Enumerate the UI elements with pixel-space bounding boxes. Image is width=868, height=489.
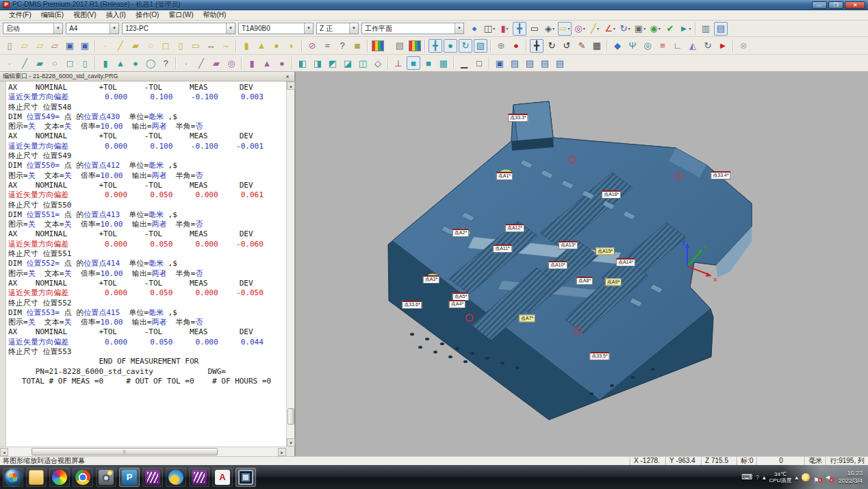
explorer-app[interactable] — [26, 468, 47, 487]
view-setup-icon[interactable]: ◫▾ — [483, 22, 496, 36]
window-app[interactable] — [235, 468, 256, 487]
probe-readout-icon[interactable]: ● — [468, 22, 481, 36]
startup-combo[interactable]: 启动▼ — [3, 23, 63, 34]
pan-view-icon[interactable]: ╋ — [530, 39, 544, 53]
point-label-A15[interactable]: 点A15* — [596, 248, 615, 255]
screenshot-app[interactable] — [96, 468, 116, 487]
auto-torus-icon[interactable]: ◯ — [144, 56, 157, 70]
view-cube-front-icon[interactable]: ◧ — [296, 56, 309, 70]
measured-width-icon[interactable]: ↔ — [204, 39, 218, 53]
minimize-button[interactable]: — — [812, 1, 827, 9]
workplane-combo-dropdown-icon[interactable]: ▼ — [455, 23, 463, 34]
coreldraw-app[interactable] — [142, 468, 163, 487]
scale-mode-icon[interactable]: ▧ — [474, 39, 487, 53]
point-label-A4[interactable]: 点A4* — [449, 300, 465, 308]
report-layout4-icon[interactable]: ▤ — [553, 56, 567, 70]
startup-combo-dropdown-icon[interactable]: ▼ — [53, 23, 62, 34]
view-setup-icon-dropdown-arrow[interactable]: ▾ — [493, 26, 495, 31]
loop-icon[interactable]: ◉▾ — [648, 22, 662, 36]
alignment-icon-dropdown-arrow[interactable]: ▾ — [628, 26, 630, 31]
mesh-icon[interactable]: ◙ — [350, 39, 364, 53]
color-palette-icon[interactable] — [371, 39, 385, 53]
layers-icon[interactable]: ≡ — [656, 39, 669, 53]
horizontal-scroll-thumb[interactable]: ☰ — [31, 448, 218, 455]
measured-surface-icon[interactable]: ◗ — [285, 39, 298, 53]
measured-cone-icon[interactable]: ▲ — [255, 39, 268, 53]
coreldraw2-app[interactable] — [189, 468, 209, 487]
rotate-3d-icon[interactable]: ↺ — [560, 39, 574, 53]
quickstart-icon[interactable]: ⇨▾ — [558, 22, 572, 36]
report-window-icon[interactable]: ▤ — [714, 22, 728, 36]
close-button[interactable]: ✕ — [845, 1, 865, 9]
alignment-icon[interactable]: ↻▾ — [618, 22, 632, 36]
open-file-icon[interactable]: ▱ — [18, 39, 31, 53]
view-cube-top-icon[interactable]: ◩ — [326, 56, 340, 70]
copy-pages-icon[interactable]: ▣▾ — [633, 22, 647, 36]
axis-combo-dropdown-icon[interactable]: ▼ — [349, 23, 358, 34]
constructed-point-icon[interactable]: · — [179, 56, 193, 70]
keyboard-icon[interactable]: ⌨ — [741, 473, 752, 481]
rotate-cube-icon[interactable]: ↻ — [701, 39, 715, 53]
point-label-A18[interactable]: 点A18* — [602, 190, 621, 199]
probe-toggle-icon-dropdown-arrow[interactable]: ▾ — [507, 26, 509, 31]
point-label-A7[interactable]: 点A7* — [519, 315, 535, 323]
pcdmis-app[interactable]: P — [119, 468, 140, 487]
qq-app[interactable] — [166, 468, 186, 487]
menu-item-6[interactable]: 窗口(W) — [164, 10, 198, 20]
color-app[interactable] — [49, 468, 70, 487]
dimension-angle-icon-dropdown-arrow[interactable]: ▾ — [613, 26, 615, 31]
grid-icon[interactable]: ▦ — [437, 56, 450, 70]
menu-item-3[interactable]: 视图(V) — [68, 10, 101, 20]
view-cube-bottom-icon[interactable]: ◪ — [341, 56, 355, 70]
cpu-temp-indicator[interactable]: 34℃ CPU温度 — [769, 471, 792, 484]
auto-sphere-icon[interactable]: ● — [129, 56, 142, 70]
point-label-33.3[interactable]: 点33.3* — [508, 114, 528, 122]
gage-icon[interactable]: ⊘ — [305, 39, 319, 53]
start-button[interactable] — [3, 468, 23, 487]
scan-icon[interactable]: ≈ — [320, 39, 334, 53]
auto-cylinder-icon[interactable]: ▮ — [99, 56, 112, 70]
help-tray-icon[interactable]: ? — [756, 474, 759, 481]
point-label-A9[interactable]: 点A9* — [605, 279, 622, 286]
tip-combo-dropdown-icon[interactable]: ▼ — [304, 23, 313, 34]
point-label-A8[interactable]: 点A8* — [576, 277, 593, 285]
measured-line-icon[interactable]: ╱ — [114, 39, 127, 53]
clock[interactable]: 16:23 2022/3/4 — [836, 470, 863, 485]
dimension-angle-icon[interactable]: ∠▾ — [603, 22, 617, 36]
point-label-A3[interactable]: 点A3* — [423, 275, 439, 284]
execute-icon-dropdown-arrow[interactable]: ▾ — [689, 26, 691, 31]
save-icon[interactable]: ▣ — [63, 39, 77, 53]
constructed-line-icon[interactable]: ╱ — [194, 56, 208, 70]
point-label-33.5[interactable]: 点33.5* — [589, 352, 609, 360]
view-cube-iso-icon[interactable]: ◇ — [371, 56, 385, 70]
wireframe-view-icon[interactable]: ◈▾ — [543, 22, 557, 36]
minimize-graphics-icon[interactable]: ▁ — [457, 56, 471, 70]
point-label-A13[interactable]: 点A13* — [559, 241, 578, 249]
copy-pages-icon-dropdown-arrow[interactable]: ▾ — [643, 26, 646, 31]
axes-icon[interactable]: ∟ — [671, 39, 685, 53]
vertical-scrollbar[interactable]: ▲ ▼ — [286, 82, 294, 447]
scroll-left-icon[interactable]: ◄ — [0, 448, 8, 456]
report-layout2-icon[interactable]: ▤ — [523, 56, 537, 70]
point-label-A14[interactable]: 点A14* — [616, 258, 635, 266]
run-from-cursor-icon[interactable]: ► — [716, 39, 730, 53]
scroll-up-icon[interactable]: ▲ — [287, 82, 295, 90]
axis-combo[interactable]: Z 正▼ — [316, 23, 359, 34]
execute-icon[interactable]: ►▾ — [678, 22, 692, 36]
constructed-cylinder-icon[interactable]: ▮ — [245, 56, 259, 70]
report-layout3-icon[interactable]: ▤ — [538, 56, 552, 70]
wireframe-view-icon-dropdown-arrow[interactable]: ▾ — [552, 26, 554, 31]
chrome-app[interactable] — [73, 468, 93, 487]
report-color-icon[interactable] — [408, 39, 422, 53]
scale-to-fit-icon[interactable]: ╋ — [513, 22, 526, 36]
new-file-icon[interactable]: ▯ — [3, 39, 16, 53]
point-label-A1[interactable]: 点A1* — [496, 172, 513, 180]
auto-feature-icon-dropdown-arrow[interactable]: ▾ — [583, 26, 585, 31]
point-label-A12[interactable]: 点A12* — [505, 224, 524, 232]
volume-icon[interactable]: ◄✕ — [824, 473, 832, 481]
collision-sphere-icon[interactable]: ● — [509, 39, 523, 53]
constructed-sphere-icon[interactable]: ● — [275, 56, 289, 70]
machine-combo-dropdown-icon[interactable]: ▼ — [226, 23, 235, 34]
animation-icon[interactable]: ▦ — [590, 39, 604, 53]
measured-square-slot-icon[interactable]: ▯ — [174, 39, 188, 53]
